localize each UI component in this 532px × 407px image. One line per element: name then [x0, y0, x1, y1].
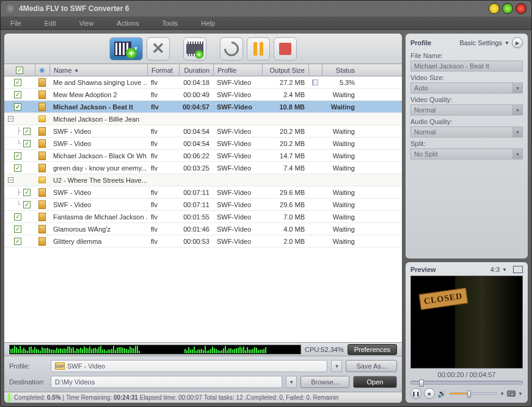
file-profile: SWF-Video: [213, 162, 262, 174]
file-name: Michael Jackson - Beat It: [49, 101, 147, 112]
file-icon: [38, 188, 46, 197]
file-row[interactable]: ✓ Michael Jackson - Beat It flv 00:04:57…: [4, 101, 402, 113]
stop-button[interactable]: [274, 37, 297, 61]
file-row[interactable]: ├✓ SWF - Video flv 00:04:54 SWF-Video 20…: [4, 125, 402, 138]
header-name[interactable]: Name▲: [49, 64, 147, 76]
pause-button[interactable]: [247, 37, 270, 61]
menu-file[interactable]: File: [10, 20, 21, 27]
chevron-down-icon[interactable]: ▼: [500, 391, 505, 397]
file-row[interactable]: └✓ SWF - Video flv 00:04:54 SWF-Video 20…: [4, 138, 402, 150]
file-name: SWF - Video: [49, 125, 147, 137]
volume-slider[interactable]: [449, 392, 497, 395]
destination-dropdown-button[interactable]: ▼: [286, 376, 297, 388]
row-checkbox[interactable]: ✓: [23, 189, 31, 196]
file-status: Waiting: [322, 138, 359, 149]
file-size: 14.7 MB: [262, 150, 308, 161]
file-list[interactable]: ✓ Me and Shawna singing Love ... flv 00:…: [4, 76, 402, 342]
row-checkbox[interactable]: ✓: [14, 91, 21, 98]
header-profile[interactable]: Profile: [213, 64, 262, 76]
destination-input[interactable]: D:\My Videos: [51, 376, 282, 388]
add-file-button[interactable]: + ▼: [109, 37, 143, 61]
swf-badge-icon: SWF: [55, 362, 65, 370]
header-progress[interactable]: [308, 64, 322, 76]
volume-icon[interactable]: 🔊: [437, 389, 446, 398]
row-checkbox[interactable]: ✓: [14, 103, 21, 111]
expand-toggle[interactable]: −: [8, 116, 13, 122]
file-row[interactable]: └✓ SWF - Video flv 00:07:11 SWF-Video 29…: [4, 199, 402, 211]
row-checkbox[interactable]: ✓: [23, 128, 31, 135]
videosize-label: Video Size:: [410, 74, 523, 81]
row-checkbox[interactable]: ✓: [14, 164, 21, 172]
file-status: Waiting: [322, 101, 359, 112]
file-format: flv: [147, 101, 179, 112]
open-button[interactable]: Open: [353, 376, 397, 388]
expand-toggle[interactable]: −: [8, 177, 13, 183]
file-row[interactable]: ✓ Me and Shawna singing Love ... flv 00:…: [4, 76, 402, 89]
file-row[interactable]: ✓ green day - know your enemy... flv 00:…: [4, 162, 402, 174]
menu-tools[interactable]: Tools: [162, 20, 178, 27]
file-row[interactable]: ✓ Mew Mew Adoption 2 flv 00:00:49 SWF-Vi…: [4, 89, 402, 101]
convert-button[interactable]: [220, 37, 243, 61]
row-checkbox[interactable]: ✓: [14, 226, 21, 233]
file-row[interactable]: ├✓ SWF - Video flv 00:07:11 SWF-Video 29…: [4, 186, 402, 199]
menu-view[interactable]: View: [79, 20, 94, 27]
folder-icon: [38, 177, 46, 183]
profile-dropdown-button[interactable]: ▼: [331, 360, 342, 372]
chevron-down-icon[interactable]: ▼: [518, 391, 523, 397]
menu-edit[interactable]: Edit: [45, 20, 56, 27]
menu-actions[interactable]: Actions: [117, 20, 139, 27]
row-checkbox[interactable]: ✓: [23, 140, 31, 147]
play-pause-button[interactable]: ❚❚: [410, 388, 421, 399]
advanced-button[interactable]: ▶: [512, 37, 523, 48]
header-checkbox-column[interactable]: ✓: [4, 64, 35, 76]
seek-slider[interactable]: [410, 381, 523, 384]
header-status[interactable]: Status: [322, 64, 359, 76]
maximize-button[interactable]: [502, 3, 513, 14]
volume-thumb[interactable]: [467, 391, 471, 398]
file-row[interactable]: ✓ Fantasma de Michael Jackson ... flv 00…: [4, 211, 402, 223]
group-row[interactable]: − U2 - Where The Streets Have...: [4, 174, 402, 186]
seek-thumb[interactable]: [419, 380, 424, 387]
header-duration[interactable]: Duration: [179, 64, 213, 76]
menu-help[interactable]: Help: [201, 20, 215, 27]
file-row[interactable]: ✓ Glamorous WAng'z flv 00:01:46 SWF-Vide…: [4, 223, 402, 235]
videosize-select[interactable]: Auto▼: [410, 82, 523, 94]
split-select[interactable]: No Split▼: [410, 148, 523, 160]
pause-icon: [253, 42, 263, 56]
close-button[interactable]: [516, 3, 527, 14]
file-row[interactable]: ✓ Michael Jackson - Black Or Wh... flv 0…: [4, 150, 402, 162]
snapshot-button[interactable]: [507, 391, 516, 397]
delete-button[interactable]: ✕: [147, 37, 170, 61]
row-checkbox[interactable]: ✓: [14, 238, 21, 245]
header-format[interactable]: Format: [147, 64, 179, 76]
save-as-button[interactable]: Save As...: [346, 360, 397, 372]
row-checkbox[interactable]: ✓: [14, 152, 21, 160]
sort-arrow-icon: ▲: [74, 67, 79, 73]
audioquality-select[interactable]: Normal▼: [410, 127, 523, 138]
add-profile-button[interactable]: +: [183, 37, 206, 61]
select-all-checkbox[interactable]: ✓: [16, 67, 23, 74]
file-profile: SWF-Video: [213, 199, 262, 210]
file-duration: 00:07:11: [179, 186, 213, 198]
videoquality-select[interactable]: Normal▼: [410, 105, 523, 116]
file-status: Waiting: [322, 235, 359, 247]
browse-button[interactable]: Browse...: [301, 376, 349, 388]
preview-video[interactable]: CLOSED: [410, 276, 523, 369]
filename-field[interactable]: Michael Jackson - Beat It: [410, 61, 523, 72]
fullscreen-icon[interactable]: [513, 266, 523, 273]
header-icon-column[interactable]: ◉: [35, 64, 49, 76]
titlebar[interactable]: 4Media FLV to SWF Converter 6: [1, 1, 531, 16]
aspect-ratio[interactable]: 4:3: [490, 266, 500, 273]
profile-select[interactable]: SWF SWF - Video: [51, 360, 327, 372]
header-output-size[interactable]: Output Size: [262, 64, 308, 76]
basic-settings-link[interactable]: Basic Settings: [459, 39, 502, 46]
group-row[interactable]: − Michael Jackson - Billie Jean: [4, 113, 402, 125]
stop-preview-button[interactable]: ■: [424, 388, 435, 399]
row-checkbox[interactable]: ✓: [14, 79, 21, 86]
preferences-button[interactable]: Preferences: [348, 344, 397, 355]
file-row[interactable]: ✓ Glittery dilemma flv 00:00:53 SWF-Vide…: [4, 235, 402, 248]
file-format: flv: [147, 150, 179, 161]
minimize-button[interactable]: [489, 3, 500, 14]
row-checkbox[interactable]: ✓: [14, 213, 21, 221]
row-checkbox[interactable]: ✓: [23, 201, 31, 208]
